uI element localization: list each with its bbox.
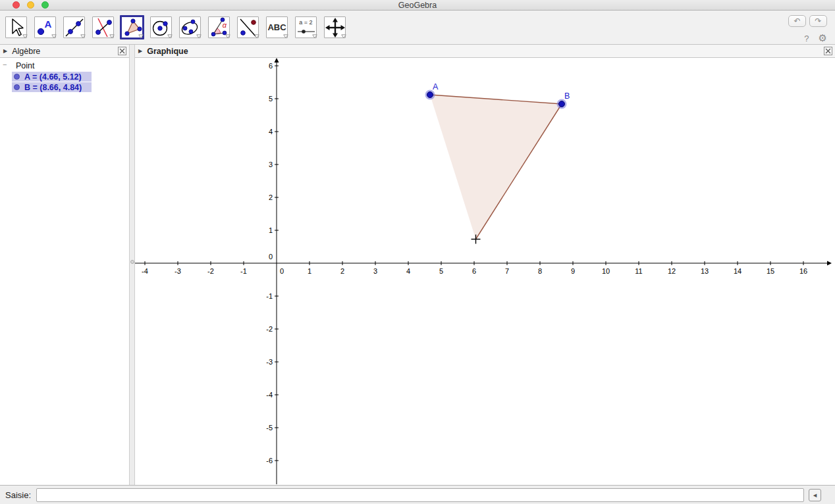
polygon-tool-button[interactable] <box>120 15 144 39</box>
input-bar-label: Saisie: <box>5 490 31 500</box>
y-tick-label: 1 <box>269 226 273 234</box>
x-tick-label: 9 <box>571 267 575 275</box>
graphics-panel-title: Graphique <box>147 47 188 56</box>
ellipse-tool-button[interactable] <box>179 16 201 38</box>
x-tick-label: 8 <box>538 267 542 275</box>
x-tick-label: 10 <box>602 267 610 275</box>
algebra-panel-menu-arrow[interactable]: ▶ <box>3 48 7 54</box>
text-tool-icon: ABC <box>267 22 286 32</box>
toolbar: A <box>0 11 835 45</box>
redo-icon: ↷ <box>815 16 821 26</box>
tool-dropdown-arrow[interactable] <box>51 34 57 39</box>
tool-dropdown-arrow[interactable] <box>167 34 173 39</box>
tool-dropdown-arrow[interactable] <box>283 34 288 39</box>
algebra-item-B[interactable]: B = (8.66, 4.84) <box>12 82 92 92</box>
y-tick-label: -4 <box>266 391 273 399</box>
algebra-group-label: Point <box>16 61 35 70</box>
algebra-item-A[interactable]: A = (4.66, 5.12) <box>12 72 92 82</box>
collapse-point-group-icon[interactable]: − <box>3 61 7 68</box>
graphics-canvas[interactable]: -4-3-2-1012345678910111213141516-6-5-4-3… <box>135 58 835 485</box>
point-tool-button[interactable]: A <box>34 16 56 38</box>
x-tick-label: 3 <box>373 267 377 275</box>
y-tick-label: -2 <box>266 325 273 333</box>
tool-dropdown-arrow[interactable] <box>138 34 144 39</box>
redo-button[interactable]: ↷ <box>809 15 827 27</box>
x-tick-label: -2 <box>207 267 214 275</box>
move-graphics-view-tool-button[interactable] <box>324 16 346 38</box>
text-tool-button[interactable]: ABC <box>266 16 288 38</box>
point-B[interactable] <box>559 101 565 107</box>
undo-button[interactable]: ↶ <box>788 15 806 27</box>
settings-gear-icon[interactable]: ⚙ <box>819 32 827 44</box>
graphics-panel: ▶ Graphique -4-3-2-101234567891011121314… <box>135 45 835 485</box>
point-B-label: B <box>564 91 570 101</box>
help-button[interactable]: ? <box>804 34 809 43</box>
x-tick-label: 1 <box>308 267 311 275</box>
polygon-preview-fill[interactable] <box>430 95 562 239</box>
move-tool-button[interactable] <box>5 16 27 38</box>
title-bar: GeoGebra <box>0 0 835 11</box>
x-tick-label: 12 <box>668 267 676 275</box>
x-tick-label: 11 <box>635 267 642 275</box>
panel-splitter[interactable] <box>129 45 135 485</box>
tool-dropdown-arrow[interactable] <box>196 34 202 39</box>
x-tick-label: 0 <box>280 267 284 275</box>
y-tick-label: 3 <box>269 161 273 168</box>
graphics-panel-header: ▶ Graphique <box>135 45 835 58</box>
x-tick-label: 5 <box>439 267 443 275</box>
graphics-panel-menu-arrow[interactable]: ▶ <box>138 48 142 54</box>
point-A-label: A <box>433 82 439 91</box>
point-A[interactable] <box>427 92 433 98</box>
x-tick-label: 16 <box>799 267 807 275</box>
tool-dropdown-arrow[interactable] <box>225 34 230 39</box>
x-tick-label: 13 <box>701 267 709 275</box>
splitter-handle[interactable] <box>130 260 134 264</box>
reflection-tool-button[interactable] <box>237 16 259 38</box>
x-tick-label: 2 <box>340 267 344 275</box>
y-tick-label: -3 <box>266 358 273 366</box>
y-tick-label: 6 <box>269 62 273 70</box>
object-visibility-dot[interactable] <box>14 84 20 90</box>
slider-tool-button[interactable]: a = 2 <box>295 16 317 38</box>
y-tick-label: 5 <box>269 95 273 103</box>
saisie-input[interactable] <box>36 488 804 502</box>
x-tick-label: -3 <box>175 267 181 275</box>
perpendicular-line-tool-button[interactable] <box>92 16 114 38</box>
input-help-arrow-icon: ◂ <box>813 491 817 499</box>
x-tick-label: -4 <box>142 267 148 275</box>
x-tick-label: 4 <box>406 267 410 275</box>
algebra-panel-close-button[interactable] <box>118 47 126 55</box>
graphics-panel-close-button[interactable] <box>824 47 832 55</box>
algebra-item-label: B = (8.66, 4.84) <box>24 83 82 92</box>
y-tick-label: -5 <box>266 424 273 432</box>
x-tick-label: 15 <box>767 267 774 275</box>
y-tick-label: 4 <box>269 128 273 136</box>
input-help-button[interactable]: ◂ <box>809 489 821 501</box>
x-tick-label: 6 <box>472 267 476 275</box>
line-tool-button[interactable] <box>63 16 85 38</box>
input-bar: Saisie: ◂ <box>0 485 835 504</box>
tool-dropdown-arrow[interactable] <box>80 34 86 39</box>
window-title: GeoGebra <box>0 1 835 10</box>
angle-tool-button[interactable]: α <box>208 16 230 38</box>
algebra-panel: ▶ Algèbre − Point A = (4.66, 5.12) B = (… <box>0 45 129 485</box>
y-tick-label: -6 <box>266 457 273 465</box>
algebra-panel-title: Algèbre <box>12 47 40 56</box>
y-axis-arrow <box>275 58 279 63</box>
object-visibility-dot[interactable] <box>14 74 20 80</box>
tool-dropdown-arrow[interactable] <box>312 34 317 39</box>
tool-dropdown-arrow[interactable] <box>254 34 259 39</box>
circle-tool-button[interactable] <box>150 16 172 38</box>
algebra-item-label: A = (4.66, 5.12) <box>24 72 82 82</box>
y-tick-label: 2 <box>269 193 273 201</box>
y-tick-label: -1 <box>266 292 273 300</box>
x-tick-label: 14 <box>734 267 741 275</box>
tool-dropdown-arrow[interactable] <box>341 34 346 39</box>
x-axis-arrow <box>827 261 832 266</box>
tool-dropdown-arrow[interactable] <box>22 34 28 39</box>
y-tick-label: 0 <box>269 253 273 261</box>
x-tick-label: -1 <box>240 267 247 275</box>
algebra-panel-header: ▶ Algèbre <box>0 45 129 58</box>
x-tick-label: 7 <box>505 267 509 275</box>
tool-dropdown-arrow[interactable] <box>109 34 115 39</box>
